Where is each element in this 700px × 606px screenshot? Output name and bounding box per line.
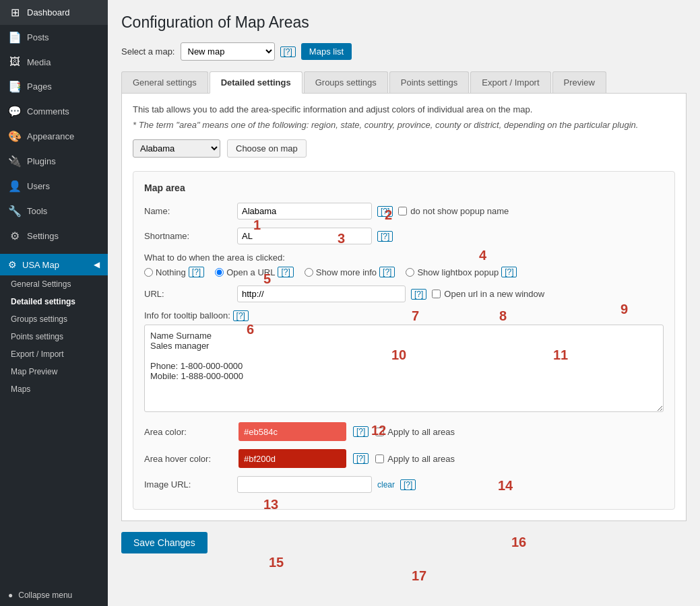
name-help[interactable]: [?] xyxy=(377,206,393,217)
shortname-help[interactable]: [?] xyxy=(377,231,393,242)
area-hover-color-display[interactable]: #bf200d xyxy=(238,449,346,468)
image-url-row: Image URL: clear [?] xyxy=(144,476,664,493)
radio-show-more-input[interactable] xyxy=(305,268,313,277)
sidebar-item-pages[interactable]: 📑 Pages xyxy=(0,74,108,99)
area-hover-label: Area hover color: xyxy=(144,454,232,464)
area-hover-help[interactable]: [?] xyxy=(353,453,369,464)
users-icon: 👤 xyxy=(8,180,22,193)
url-help[interactable]: [?] xyxy=(411,289,426,300)
radio-open-url[interactable]: Open a URL [?] xyxy=(215,267,294,277)
sidebar-item-tools[interactable]: 🔧 Tools xyxy=(0,199,108,224)
radio-lightbox-input[interactable] xyxy=(406,268,414,277)
save-changes-button[interactable]: Save Changes xyxy=(121,532,208,553)
shortname-label: Shortname: xyxy=(144,231,232,241)
tab-groups[interactable]: Groups settings xyxy=(304,71,388,93)
tooltip-help[interactable]: [?] xyxy=(233,310,249,321)
select-map-label: Select a map: xyxy=(121,46,175,57)
plugin-arrow: ◀ xyxy=(94,260,100,269)
sidebar-sub-item-groups[interactable]: Groups settings xyxy=(0,310,108,328)
radio-nothing[interactable]: Nothing [?] xyxy=(144,267,204,277)
radio-show-more[interactable]: Show more info [?] xyxy=(305,267,395,277)
sidebar-item-appearance[interactable]: 🎨 Appearance xyxy=(0,124,108,149)
sidebar-item-label: Comments xyxy=(27,106,69,116)
click-action-label: What to do when the area is clicked: xyxy=(144,252,664,263)
open-new-window-checkbox[interactable] xyxy=(432,290,441,298)
tab-export[interactable]: Export / Import xyxy=(470,71,550,93)
sidebar-item-label: Appearance xyxy=(27,131,74,141)
select-map-row: Select a map: New map [?] Maps list xyxy=(121,42,687,61)
collapse-icon: ● xyxy=(8,591,13,600)
image-url-help[interactable]: [?] xyxy=(400,479,416,490)
sidebar-sub-item-map-preview[interactable]: Map Preview xyxy=(0,363,108,380)
area-color-display[interactable]: #eb584c xyxy=(238,422,346,441)
tooltip-textarea[interactable]: Name Surname Sales manager Phone: 1-800-… xyxy=(144,325,664,412)
apply-all-areas-1-checkbox[interactable] xyxy=(375,428,384,436)
area-selector-row: Alabama Choose on map xyxy=(133,139,675,158)
main-content: Configuration of Map Areas Select a map:… xyxy=(108,0,700,606)
map-selector[interactable]: New map xyxy=(181,42,275,61)
tabs-bar: General settings Detailed settings Group… xyxy=(121,71,687,94)
sidebar-item-posts[interactable]: 📄 Posts xyxy=(0,25,108,50)
sidebar-item-label: Posts xyxy=(27,32,49,42)
plugin-name: USA Map xyxy=(22,260,59,270)
sidebar-sub-item-detailed[interactable]: Detailed settings xyxy=(0,293,108,310)
collapse-label: Collapse menu xyxy=(18,591,72,600)
annotation-15: 15 xyxy=(269,556,284,569)
sidebar-sub-item-maps[interactable]: Maps xyxy=(0,380,108,398)
image-url-label: Image URL: xyxy=(144,479,232,490)
area-color-label: Area color: xyxy=(144,427,232,437)
click-action-row: What to do when the area is clicked: Not… xyxy=(144,252,664,277)
sidebar-item-settings[interactable]: ⚙ Settings xyxy=(0,224,108,248)
name-input[interactable] xyxy=(237,203,372,220)
tools-icon: 🔧 xyxy=(8,205,22,217)
plugin-header[interactable]: ⚙ USA Map ◀ xyxy=(0,254,108,275)
shortname-row: Shortname: [?] xyxy=(144,228,664,244)
radio-lightbox[interactable]: Show lightbox popup [?] xyxy=(406,267,517,277)
sidebar-sub-item-export[interactable]: Export / Import xyxy=(0,345,108,363)
plugin-icon: ⚙ xyxy=(8,259,17,270)
media-icon: 🖼 xyxy=(8,56,22,68)
sidebar-item-label: Pages xyxy=(27,81,52,92)
open-new-window-label: Open url in a new window xyxy=(432,289,544,299)
annotation-17: 17 xyxy=(412,569,426,582)
image-url-input[interactable] xyxy=(237,476,372,493)
map-area-title: Map area xyxy=(144,182,664,193)
collapse-menu[interactable]: ● Collapse menu xyxy=(0,584,108,606)
sidebar-item-plugins[interactable]: 🔌 Plugins xyxy=(0,149,108,174)
sidebar-item-comments[interactable]: 💬 Comments xyxy=(0,99,108,124)
sidebar-item-users[interactable]: 👤 Users xyxy=(0,174,108,199)
map-help-link[interactable]: [?] xyxy=(280,46,296,57)
description-line1: This tab allows you to add the area-spec… xyxy=(133,104,675,114)
name-row: Name: [?] do not show popup name xyxy=(144,203,664,220)
apply-all-areas-2-checkbox[interactable] xyxy=(375,454,384,463)
no-popup-checkbox[interactable] xyxy=(398,207,407,215)
url-input[interactable] xyxy=(237,285,406,302)
area-color-help[interactable]: [?] xyxy=(353,426,369,437)
radio-nothing-input[interactable] xyxy=(144,268,153,277)
area-color-row: Area color: #eb584c [?] Apply to all are… xyxy=(144,422,664,441)
tab-detailed[interactable]: Detailed settings xyxy=(210,71,303,94)
choose-on-map-button[interactable]: Choose on map xyxy=(227,139,307,158)
tab-general[interactable]: General settings xyxy=(121,71,208,93)
sidebar-item-label: Settings xyxy=(27,231,59,241)
dashboard-icon: ⊞ xyxy=(8,6,22,19)
sidebar-item-label: Users xyxy=(27,181,50,191)
sidebar-item-dashboard[interactable]: ⊞ Dashboard xyxy=(0,0,108,25)
sidebar-sub-item-points[interactable]: Points settings xyxy=(0,328,108,345)
pages-icon: 📑 xyxy=(8,80,22,93)
map-area-box: Map area Name: [?] do not show popup nam… xyxy=(133,171,675,510)
settings-icon: ⚙ xyxy=(8,230,22,242)
area-selector[interactable]: Alabama xyxy=(133,139,220,158)
apply-all-areas-2-label: Apply to all areas xyxy=(375,454,455,464)
description-line2: * The term "area" means one of the follo… xyxy=(133,120,675,130)
sidebar-item-media[interactable]: 🖼 Media xyxy=(0,50,108,74)
sidebar-sub-item-general[interactable]: General Settings xyxy=(0,275,108,293)
clear-link[interactable]: clear xyxy=(377,480,395,490)
maps-list-button[interactable]: Maps list xyxy=(301,43,352,60)
tab-points[interactable]: Points settings xyxy=(389,71,470,93)
sidebar-item-label: Media xyxy=(27,57,51,67)
shortname-input[interactable] xyxy=(237,228,372,244)
sidebar-item-label: Dashboard xyxy=(27,7,70,18)
tab-preview[interactable]: Preview xyxy=(552,71,606,93)
radio-open-url-input[interactable] xyxy=(215,268,224,277)
